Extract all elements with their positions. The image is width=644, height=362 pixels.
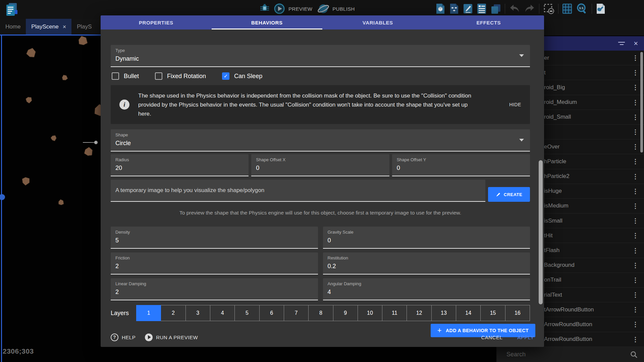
field-friction-value: 2	[115, 263, 313, 270]
asteroid-sprite[interactable]	[95, 104, 101, 116]
layer-button-2[interactable]: 2	[161, 305, 185, 321]
dialog-tab-variables[interactable]: VARIABLES	[322, 15, 433, 29]
layer-button-6[interactable]: 6	[260, 305, 284, 321]
hide-button[interactable]: HIDE	[509, 102, 521, 107]
project-manager-icon[interactable]	[4, 2, 19, 17]
field-friction[interactable]: Friction2	[111, 252, 318, 275]
shape-dropdown[interactable]: Shape Circle	[111, 129, 530, 152]
asteroid-sprite[interactable]	[84, 147, 92, 156]
preview-icon[interactable]	[274, 3, 285, 14]
edit-scene-icon[interactable]	[463, 3, 473, 14]
layer-button-10[interactable]: 10	[358, 305, 382, 321]
close-icon[interactable]: ×	[63, 24, 66, 30]
more-vertical-icon[interactable]: ⋮	[627, 306, 644, 313]
anchor-handle[interactable]	[94, 141, 98, 144]
help-button[interactable]: ? HELP	[111, 334, 136, 341]
layers-icon[interactable]	[490, 3, 501, 14]
scene-tab-home[interactable]: Home	[0, 19, 26, 35]
properties-list-icon[interactable]	[477, 3, 487, 14]
layer-button-11[interactable]: 11	[382, 305, 407, 321]
create-button[interactable]: CREATE	[488, 187, 530, 202]
layer-button-3[interactable]: 3	[186, 305, 210, 321]
field-restitution[interactable]: Restitution0.2	[323, 252, 530, 275]
layer-button-7[interactable]: 7	[284, 305, 309, 321]
tools-wrench-icon[interactable]	[596, 3, 606, 14]
asteroid-sprite[interactable]	[26, 97, 32, 103]
scene-tab-playscene[interactable]: PlayScene×	[26, 19, 71, 35]
field-density[interactable]: Density5	[111, 227, 318, 249]
chevron-down-icon	[519, 54, 524, 57]
dialog-tab-behaviors[interactable]: BEHAVIORS	[212, 15, 323, 29]
layer-button-13[interactable]: 13	[432, 305, 456, 321]
debugger-icon[interactable]	[259, 3, 270, 15]
search-input[interactable]: Search	[496, 351, 630, 358]
grid-icon[interactable]	[562, 3, 572, 14]
more-vertical-icon[interactable]: ⋮	[627, 217, 644, 225]
layer-button-5[interactable]: 5	[235, 305, 259, 321]
layer-button-4[interactable]: 4	[210, 305, 235, 321]
field-linear-damping[interactable]: Linear Damping2	[111, 278, 318, 300]
layer-button-9[interactable]: 9	[333, 305, 358, 321]
publish-label[interactable]: PUBLISH	[332, 6, 355, 12]
layer-button-16[interactable]: 16	[505, 305, 530, 321]
panel-scrollbar[interactable]	[640, 52, 643, 153]
asteroid-sprite[interactable]	[22, 177, 29, 185]
layer-button-12[interactable]: 12	[407, 305, 431, 321]
shape-label: Shape	[115, 132, 525, 137]
asteroid-sprite[interactable]	[51, 135, 56, 141]
type-dropdown[interactable]: Type Dynamic	[111, 45, 530, 67]
dialog-tab-properties[interactable]: PROPERTIES	[101, 15, 212, 29]
layer-button-8[interactable]: 8	[309, 305, 333, 321]
close-icon[interactable]: ×	[634, 40, 638, 47]
more-vertical-icon[interactable]: ⋮	[627, 320, 644, 328]
checkbox-unchecked-icon[interactable]	[155, 72, 162, 80]
dialog-scrollbar[interactable]	[539, 160, 543, 304]
origin-point[interactable]	[0, 194, 5, 200]
more-vertical-icon[interactable]: ⋮	[627, 247, 644, 254]
dialog-tab-effects[interactable]: EFFECTS	[433, 15, 544, 29]
publish-icon[interactable]	[318, 3, 329, 14]
asteroid-sprite[interactable]	[62, 75, 67, 80]
filter-icon[interactable]	[618, 41, 625, 46]
checkbox-fixed-rotation[interactable]: Fixed Rotation	[155, 72, 206, 80]
object-icon[interactable]	[435, 3, 445, 14]
cancel-button[interactable]: CANCEL	[481, 335, 502, 340]
mask-selection-icon[interactable]	[543, 3, 554, 14]
asteroid-sprite[interactable]	[59, 199, 64, 205]
field-gravity-scale[interactable]: Gravity Scale0	[323, 227, 530, 249]
object-group-icon[interactable]	[449, 3, 459, 14]
checkbox-checked-icon[interactable]: ✓	[222, 72, 229, 80]
preview-label[interactable]: PREVIEW	[288, 6, 312, 12]
undo-icon[interactable]	[509, 3, 520, 14]
field-radius[interactable]: Radius20	[111, 154, 249, 176]
more-vertical-icon[interactable]: ⋮	[627, 202, 644, 210]
scene-tab-plays[interactable]: PlayS	[71, 19, 97, 35]
checkbox-bullet[interactable]: Bullet	[112, 72, 139, 80]
checkbox-unchecked-icon[interactable]	[112, 72, 119, 80]
asteroid-sprite[interactable]	[79, 36, 88, 45]
more-vertical-icon[interactable]: ⋮	[627, 276, 644, 284]
more-vertical-icon[interactable]: ⋮	[627, 261, 644, 269]
object-search-bar[interactable]: Search	[496, 347, 644, 362]
asteroid-sprite[interactable]	[26, 48, 36, 57]
field-shape-offset-y[interactable]: Shape Offset Y0	[392, 154, 530, 176]
redo-icon[interactable]	[524, 3, 535, 14]
checkbox-can-sleep[interactable]: ✓Can Sleep	[222, 72, 262, 80]
more-vertical-icon[interactable]: ⋮	[627, 187, 644, 195]
zoom-1-1-icon[interactable]: 1:1	[576, 3, 588, 15]
apply-button[interactable]: APPLY	[517, 335, 534, 340]
more-vertical-icon[interactable]: ⋮	[627, 173, 644, 180]
more-vertical-icon[interactable]: ⋮	[627, 291, 644, 299]
object-editor-dialog: PROPERTIESBEHAVIORSVARIABLESEFFECTS Type…	[101, 15, 544, 347]
scene-tab-bar: HomePlayScene×PlayS	[0, 19, 101, 35]
more-vertical-icon[interactable]: ⋮	[627, 336, 644, 343]
field-shape-offset-x[interactable]: Shape Offset X0	[251, 154, 389, 176]
layer-button-15[interactable]: 15	[481, 305, 505, 321]
layer-button-1[interactable]: 1	[136, 305, 161, 321]
field-angular-damping[interactable]: Angular Damping4	[323, 278, 530, 300]
run-preview-button[interactable]: RUN A PREVIEW	[145, 334, 198, 341]
more-vertical-icon[interactable]: ⋮	[627, 158, 644, 165]
temp-image-input[interactable]: A temporary image to help you visualize …	[111, 180, 485, 202]
more-vertical-icon[interactable]: ⋮	[627, 232, 644, 239]
layer-button-14[interactable]: 14	[456, 305, 481, 321]
